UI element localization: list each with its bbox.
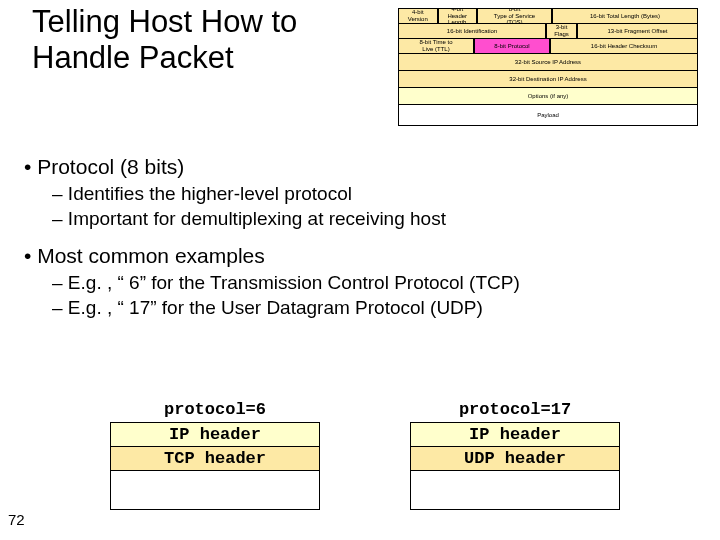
- packet-tcp-payload: [110, 470, 320, 510]
- packet-udp-ip-header: IP header: [410, 422, 620, 447]
- packet-udp-l4-header: UDP header: [410, 446, 620, 471]
- sub-bullet-3: – E.g. , “ 6” for the Transmission Contr…: [52, 272, 696, 295]
- page-number: 72: [8, 511, 25, 528]
- sub-bullet-1-text: Identifies the higher-level protocol: [68, 183, 352, 204]
- packet-udp-label: protocol=17: [410, 400, 620, 419]
- field-tos: 8-bit Type of Service (TOS): [477, 8, 552, 24]
- field-hlen: 4-bit Header Length: [438, 8, 478, 24]
- sub-bullet-2-text: Important for demultiplexing at receivin…: [68, 208, 446, 229]
- field-ttl: 8-bit Time to Live (TTL): [398, 38, 474, 54]
- field-src-ip: 32-bit Source IP Address: [398, 53, 698, 71]
- packet-tcp-label: protocol=6: [110, 400, 320, 419]
- bullet-protocol-text: Protocol (8 bits): [37, 155, 184, 178]
- bullet-protocol: • Protocol (8 bits): [24, 154, 696, 179]
- bullet-examples-text: Most common examples: [37, 244, 265, 267]
- field-version: 4-bit Version: [398, 8, 438, 24]
- ip-header-diagram: 4-bit Version 4-bit Header Length 8-bit …: [398, 8, 698, 126]
- sub-bullet-4-text: E.g. , “ 17” for the User Datagram Proto…: [68, 297, 483, 318]
- field-protocol: 8-bit Protocol: [474, 38, 550, 54]
- sub-bullet-4: – E.g. , “ 17” for the User Datagram Pro…: [52, 297, 696, 320]
- packet-udp-payload: [410, 470, 620, 510]
- body-text: • Protocol (8 bits) – Identifies the hig…: [24, 152, 696, 322]
- slide-title: Telling Host How to Handle Packet: [32, 4, 402, 75]
- sub-bullet-2: – Important for demultiplexing at receiv…: [52, 208, 696, 231]
- sub-bullet-1: – Identifies the higher-level protocol: [52, 183, 696, 206]
- packet-tcp: protocol=6 IP header TCP header: [110, 400, 320, 510]
- slide: Telling Host How to Handle Packet 4-bit …: [0, 0, 720, 540]
- field-frag: 13-bit Fragment Offset: [577, 23, 698, 39]
- sub-bullet-3-text: E.g. , “ 6” for the Transmission Control…: [68, 272, 520, 293]
- bullet-examples: • Most common examples: [24, 243, 696, 268]
- field-flags: 3-bit Flags: [546, 23, 577, 39]
- field-totlen: 16-bit Total Length (Bytes): [552, 8, 698, 24]
- field-options: Options (if any): [398, 87, 698, 105]
- field-dst-ip: 32-bit Destination IP Address: [398, 70, 698, 88]
- packet-tcp-l4-header: TCP header: [110, 446, 320, 471]
- packet-tcp-ip-header: IP header: [110, 422, 320, 447]
- field-checksum: 16-bit Header Checksum: [550, 38, 698, 54]
- field-ident: 16-bit Identification: [398, 23, 546, 39]
- packet-udp: protocol=17 IP header UDP header: [410, 400, 620, 510]
- field-payload: Payload: [398, 104, 698, 126]
